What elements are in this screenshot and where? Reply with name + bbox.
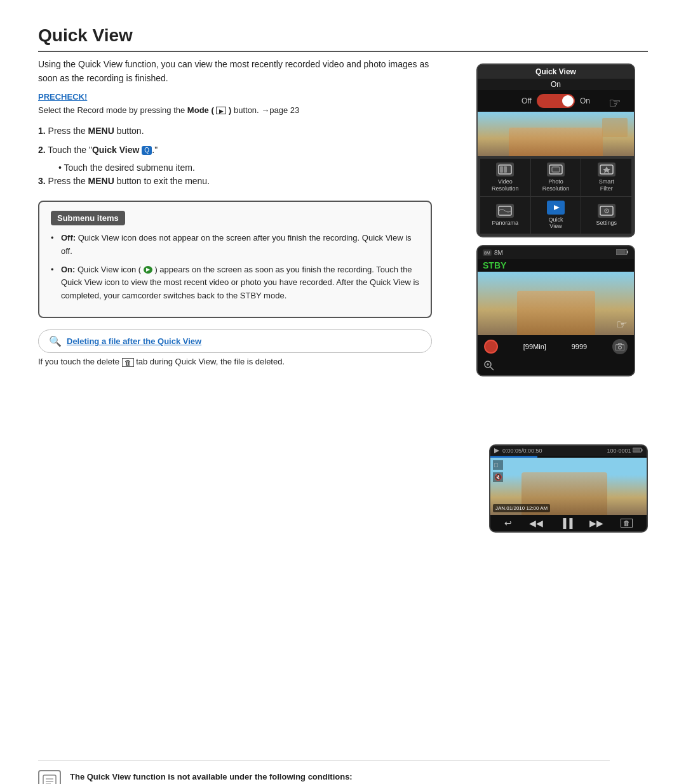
record-button[interactable] — [484, 340, 498, 354]
pb-left-controls: □ 🔇 — [493, 460, 503, 482]
pb-time: 0:00:05/0:00:50 — [502, 448, 542, 454]
delete-note-text: If you touch the delete 🗑 tab during Qui… — [38, 357, 432, 367]
svg-rect-27 — [633, 449, 640, 451]
svg-line-21 — [490, 367, 494, 370]
device1-photo — [478, 112, 634, 156]
delete-icon: 🗑 — [122, 358, 134, 367]
pb-rewind-button[interactable]: ◀◀ — [529, 518, 543, 528]
menu-label-settings: Settings — [596, 220, 617, 227]
toggle-knob — [562, 95, 574, 107]
video-resolution-icon — [496, 163, 514, 176]
photo-resolution-icon — [547, 163, 565, 176]
step-2-bullet: • Touch the desired submenu item. — [58, 163, 432, 173]
note-icon — [38, 770, 61, 785]
svg-point-19 — [619, 346, 622, 349]
svg-rect-26 — [642, 449, 643, 451]
toggle-switch[interactable] — [537, 94, 575, 108]
stby-header: 8M 8M — [478, 246, 634, 259]
stby-touch-icon: ☞ — [616, 317, 628, 332]
pb-delete-button[interactable]: 🗑 — [621, 519, 633, 528]
menu-item-panorama[interactable]: Panorama — [480, 197, 530, 234]
battery-icon — [633, 448, 643, 453]
pb-pause-button[interactable]: ▐▐ — [560, 518, 573, 528]
smart-filter-icon — [598, 163, 615, 176]
stby-figure — [517, 291, 595, 335]
device-screen-3: 0:00:05/0:00:50 100-0001 □ 🔇 JAN.01/2010… — [489, 444, 648, 533]
menu-label-photo-resolution: PhotoResolution — [542, 178, 570, 192]
device1-title: Quick View — [478, 65, 634, 79]
svg-rect-16 — [627, 251, 628, 253]
submenu-item-on: On: Quick View icon ( ▶ ) appears on the… — [51, 263, 419, 303]
pb-header: 0:00:05/0:00:50 100-0001 — [490, 446, 647, 456]
device1-on-label: On — [478, 79, 634, 90]
pb-header-right: 100-0001 — [607, 448, 643, 454]
touch-hand-icon: ☞ — [609, 95, 621, 112]
device1-menu-grid: VideoResolution PhotoResolution SmartFil… — [478, 156, 634, 236]
menu-label-quick-view: QuickView — [548, 216, 563, 230]
device-screens-column: Quick View On Off On ☞ VideoResolution — [476, 63, 648, 376]
intro-text: Using the Quick View function, you can v… — [38, 57, 432, 86]
photo-count: 9999 — [572, 343, 587, 350]
camera-button[interactable] — [612, 339, 628, 354]
stby-controls: [99Min] 9999 — [478, 335, 634, 358]
stby-bottom — [478, 358, 634, 375]
pb-header-left: 0:00:05/0:00:50 — [494, 448, 542, 454]
photo-figure — [509, 128, 603, 157]
svg-rect-2 — [504, 166, 507, 173]
svg-rect-28 — [43, 775, 56, 785]
svg-marker-24 — [494, 448, 499, 453]
step-3: 3. Press the MENU button to exit the men… — [38, 174, 432, 188]
menu-item-settings[interactable]: Settings — [581, 197, 631, 234]
photo-accent — [602, 118, 628, 137]
pb-forward-button[interactable]: ▶▶ — [589, 518, 603, 528]
stby-8m-label: 8M — [494, 249, 503, 256]
pb-date: JAN.01/2010 12:00 AM — [493, 504, 550, 512]
svg-rect-4 — [552, 167, 560, 172]
submenu-item-off: Off: Quick View icon does not appear on … — [51, 232, 419, 258]
menu-label-smart-filter: SmartFilter — [599, 178, 614, 192]
svg-rect-1 — [500, 166, 503, 173]
recording-indicator-icon: 8M — [483, 249, 492, 256]
note-bold-text: The Quick View function is not available… — [70, 772, 353, 781]
pb-left-icon2: 🔇 — [493, 472, 503, 482]
stby-battery-icon — [616, 249, 629, 256]
device-screen-1: Quick View On Off On ☞ VideoResolution — [476, 63, 635, 237]
toggle-on-label: On — [580, 96, 590, 105]
delete-note-box: 🔍 Deleting a file after the Quick View — [38, 329, 432, 353]
menu-item-video-resolution[interactable]: VideoResolution — [480, 159, 530, 196]
steps-container: 1. Press the MENU button. 2. Touch the "… — [38, 124, 432, 188]
delete-note-container: 🔍 Deleting a file after the Quick View I… — [38, 329, 432, 367]
svg-text:8M: 8M — [484, 251, 490, 255]
device-screen-2: 8M 8M STBY ☞ [99Min] 9999 — [476, 245, 635, 376]
note-content: The Quick View function is not available… — [70, 770, 353, 785]
bottom-note: The Quick View function is not available… — [38, 761, 610, 785]
svg-rect-17 — [617, 250, 626, 254]
svg-rect-3 — [549, 165, 562, 174]
quick-view-icon — [547, 201, 565, 215]
zoom-icon — [484, 362, 494, 373]
menu-item-photo-resolution[interactable]: PhotoResolution — [531, 159, 581, 196]
svg-rect-18 — [615, 345, 624, 350]
toggle-off-label: Off — [521, 96, 532, 105]
time-display: [99Min] — [523, 343, 546, 350]
delete-note-link[interactable]: Deleting a file after the Quick View — [67, 336, 201, 346]
step-1: 1. Press the MENU button. — [38, 124, 432, 138]
playback-mode-icon — [494, 448, 501, 453]
step-2: 2. Touch the "Quick View Q." — [38, 143, 432, 157]
stby-header-left: 8M 8M — [483, 249, 503, 256]
panorama-icon — [496, 204, 514, 218]
submenu-box: Submenu items Off: Quick View icon does … — [38, 201, 432, 318]
pb-back-button[interactable]: ↩ — [504, 518, 512, 528]
device1-toggle-area: Off On ☞ — [478, 90, 634, 112]
pb-controls: ↩ ◀◀ ▐▐ ▶▶ 🗑 — [490, 515, 647, 531]
submenu-title: Submenu items — [51, 211, 125, 225]
svg-point-12 — [606, 210, 607, 211]
menu-item-quick-view[interactable]: QuickView — [531, 197, 581, 234]
pb-file: 100-0001 — [607, 448, 631, 454]
stby-photo: ☞ — [478, 272, 634, 335]
stby-label: STBY — [478, 259, 634, 272]
pb-left-icon1: □ — [493, 460, 503, 470]
menu-item-smart-filter[interactable]: SmartFilter — [581, 159, 631, 196]
menu-label-panorama: Panorama — [492, 220, 519, 227]
svg-marker-6 — [603, 166, 610, 173]
